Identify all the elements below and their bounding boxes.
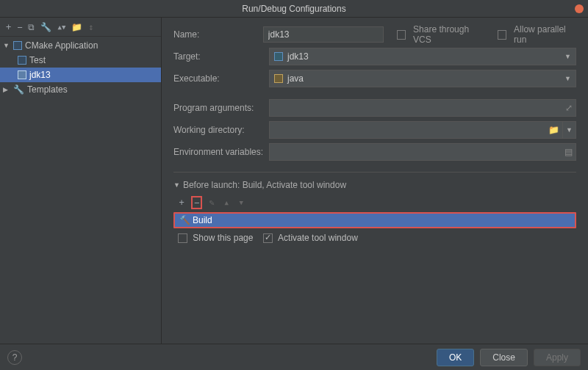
divider bbox=[173, 172, 576, 173]
remove-task-icon[interactable]: − bbox=[194, 197, 199, 208]
templates-label: Templates bbox=[27, 84, 68, 95]
share-vcs-label: Share through VCS bbox=[413, 24, 484, 45]
env-label: Environment variables: bbox=[173, 147, 269, 157]
config-tree: ▼ CMake Application Test jdk13 ▶ 🔧 Templ… bbox=[0, 37, 161, 344]
allow-parallel-check[interactable]: Allow parallel run bbox=[498, 24, 576, 45]
allow-parallel-label: Allow parallel run bbox=[514, 24, 576, 45]
target-icon bbox=[274, 52, 283, 61]
window-title: Run/Debug Configurations bbox=[242, 4, 345, 14]
sidebar: + − ⧉ 🔧 ▲▼ 📁 ↕ ▼ CMake Application Test … bbox=[0, 18, 162, 344]
add-task-icon[interactable]: + bbox=[176, 197, 187, 208]
expand-icon[interactable]: ⤢ bbox=[565, 103, 573, 113]
ok-button[interactable]: OK bbox=[437, 349, 474, 366]
exe-icon bbox=[274, 74, 283, 83]
wdir-row: Working directory: 📁 ▼ bbox=[173, 120, 576, 139]
content-pane: Name: Share through VCS Allow parallel r… bbox=[162, 18, 588, 344]
task-list: 🔨 Build bbox=[173, 212, 576, 228]
before-launch-header[interactable]: ▼ Before launch: Build, Activate tool wi… bbox=[173, 180, 576, 190]
env-input[interactable]: ▤ bbox=[269, 143, 576, 161]
add-icon[interactable]: + bbox=[6, 22, 11, 32]
chevron-down-icon: ▼ bbox=[3, 42, 10, 49]
tree-item-test[interactable]: Test bbox=[0, 53, 161, 68]
chevron-down-icon: ▼ bbox=[564, 53, 571, 60]
tree-group-cmake[interactable]: ▼ CMake Application bbox=[0, 38, 161, 53]
close-button[interactable]: Close bbox=[480, 349, 528, 366]
task-row-build[interactable]: 🔨 Build bbox=[173, 212, 576, 228]
wdir-input[interactable]: 📁 bbox=[269, 121, 563, 139]
executable-label: Executable: bbox=[173, 73, 269, 84]
checkbox-checked-icon bbox=[263, 233, 273, 243]
before-launch-label: Before launch: Build, Activate tool wind… bbox=[183, 180, 346, 190]
copy-icon[interactable]: ⧉ bbox=[28, 22, 35, 32]
sidebar-toolbar: + − ⧉ 🔧 ▲▼ 📁 ↕ bbox=[0, 18, 161, 37]
folder-icon[interactable]: 📁 bbox=[548, 125, 559, 135]
target-value: jdk13 bbox=[287, 51, 309, 62]
move-up-icon[interactable]: ▲ bbox=[221, 199, 232, 206]
titlebar: Run/Debug Configurations bbox=[0, 0, 588, 18]
settings-icon[interactable]: 🔧 bbox=[40, 22, 51, 32]
before-launch-toolbar: + − ✎ ▲ ▼ bbox=[173, 195, 576, 211]
show-page-check[interactable]: Show this page bbox=[178, 233, 253, 243]
task-label: Build bbox=[193, 215, 212, 225]
wrench-icon: 🔧 bbox=[13, 84, 24, 95]
progargs-label: Program arguments: bbox=[173, 103, 269, 113]
main-area: + − ⧉ 🔧 ▲▼ 📁 ↕ ▼ CMake Application Test … bbox=[0, 18, 588, 344]
checkbox-icon bbox=[397, 30, 406, 40]
activate-window-label: Activate tool window bbox=[278, 233, 358, 243]
executable-row: Executable: java ▼ bbox=[173, 69, 576, 88]
folder-icon[interactable]: 📁 bbox=[71, 22, 82, 32]
help-button[interactable]: ? bbox=[7, 350, 22, 365]
wdir-extra-button[interactable]: ▼ bbox=[563, 121, 576, 139]
checkbox-icon bbox=[498, 30, 506, 40]
app-icon bbox=[18, 56, 26, 65]
move-down-icon[interactable]: ▼ bbox=[236, 199, 246, 206]
bottom-bar: ? OK Close Apply bbox=[0, 344, 588, 370]
activate-window-check[interactable]: Activate tool window bbox=[263, 233, 357, 243]
target-row: Target: jdk13 ▼ bbox=[173, 47, 576, 66]
remove-task-highlight: − bbox=[191, 196, 202, 209]
progargs-input[interactable]: ⤢ bbox=[269, 99, 576, 117]
close-icon[interactable] bbox=[575, 4, 584, 13]
app-icon bbox=[18, 70, 26, 79]
chevron-right-icon: ▶ bbox=[3, 86, 10, 93]
tree-templates[interactable]: ▶ 🔧 Templates bbox=[0, 82, 161, 97]
tree-item-label: jdk13 bbox=[29, 70, 51, 80]
name-input[interactable] bbox=[263, 26, 384, 43]
target-label: Target: bbox=[173, 51, 269, 62]
progargs-row: Program arguments: ⤢ bbox=[173, 98, 576, 117]
chevron-down-icon: ▼ bbox=[564, 75, 571, 82]
list-icon[interactable]: ▤ bbox=[564, 147, 573, 157]
tree-item-label: Test bbox=[29, 55, 46, 65]
wdir-label: Working directory: bbox=[173, 125, 269, 135]
edit-task-icon[interactable]: ✎ bbox=[207, 197, 217, 208]
env-row: Environment variables: ▤ bbox=[173, 142, 576, 162]
share-vcs-check[interactable]: Share through VCS bbox=[397, 24, 484, 45]
tree-group-label: CMake Application bbox=[25, 40, 98, 51]
tree-item-jdk13[interactable]: jdk13 bbox=[0, 68, 161, 82]
checkbox-icon bbox=[178, 233, 187, 243]
executable-combo[interactable]: java ▼ bbox=[269, 70, 576, 87]
target-combo[interactable]: jdk13 ▼ bbox=[269, 48, 576, 65]
up-down-icon[interactable]: ▲▼ bbox=[57, 23, 65, 31]
name-row: Name: Share through VCS Allow parallel r… bbox=[173, 25, 576, 44]
apply-button[interactable]: Apply bbox=[534, 349, 581, 366]
show-page-label: Show this page bbox=[193, 233, 253, 243]
hammer-icon: 🔨 bbox=[179, 215, 188, 225]
remove-icon[interactable]: − bbox=[17, 22, 22, 32]
post-launch-checks: Show this page Activate tool window bbox=[173, 233, 576, 243]
cmake-icon bbox=[13, 41, 22, 50]
executable-value: java bbox=[287, 73, 304, 84]
name-label: Name: bbox=[173, 29, 263, 40]
chevron-down-icon: ▼ bbox=[173, 181, 180, 189]
collapse-icon[interactable]: ↕ bbox=[88, 22, 93, 32]
